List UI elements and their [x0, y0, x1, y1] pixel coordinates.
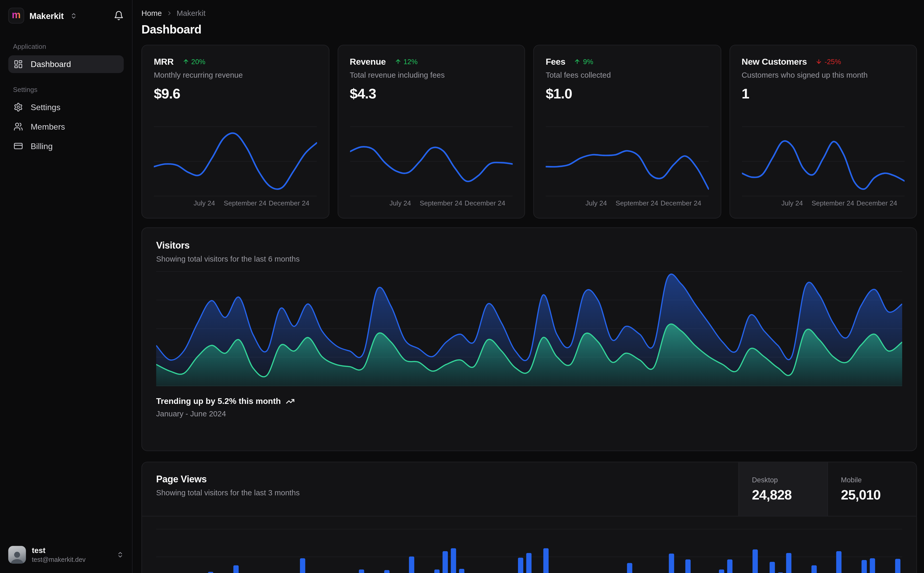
sidebar-item-label: Settings	[31, 102, 61, 112]
sidebar-item-members[interactable]: Members	[8, 117, 124, 135]
bar	[861, 560, 867, 573]
bar-slot	[282, 517, 290, 573]
bar	[518, 558, 523, 573]
bar-slot	[558, 517, 566, 573]
chevron-right-icon	[166, 10, 173, 17]
bar-slot	[516, 517, 525, 573]
sidebar-item-billing[interactable]: Billing	[8, 137, 124, 155]
chevrons-up-down-icon	[70, 12, 77, 19]
sidebar-item-label: Dashboard	[31, 59, 71, 69]
stat-cards-row: MRR 20% Monthly recurring revenue $9.6 J…	[141, 45, 917, 218]
stat-value: $1.0	[546, 85, 709, 102]
stat-title: New Customers	[742, 56, 807, 67]
stat-card-revenue: Revenue 12% Total revenue including fees…	[337, 45, 525, 218]
bar-slot	[273, 517, 282, 573]
bar-slot	[809, 517, 818, 573]
bar-slot	[726, 517, 734, 573]
bar	[870, 558, 875, 573]
bar-slot	[190, 517, 198, 573]
sidebar-item-settings[interactable]: Settings	[8, 99, 124, 116]
bar-slot	[868, 517, 877, 573]
bar-slot	[625, 517, 634, 573]
stat-card-fees: Fees 9% Total fees collected $1.0 July 2…	[533, 45, 721, 218]
sidebar-section-settings: Settings Settings Members Billing	[8, 86, 124, 157]
bar	[627, 563, 632, 573]
bar-slot	[475, 517, 483, 573]
trend-badge: -25%	[816, 57, 841, 66]
bar	[786, 553, 791, 573]
stat-subtitle: Customers who signed up this month	[742, 70, 905, 80]
bar-slot	[785, 517, 793, 573]
bar-slot	[827, 517, 835, 573]
x-axis-labels: July 24 September 24 December 24	[546, 200, 709, 208]
bar-slot	[206, 517, 215, 573]
trend-badge: 20%	[182, 57, 206, 66]
bar-slot	[609, 517, 617, 573]
bar-slot	[751, 517, 759, 573]
bars-container	[156, 517, 902, 573]
bar-slot	[860, 517, 868, 573]
bar-slot	[642, 517, 651, 573]
bar-slot	[458, 517, 466, 573]
bar-slot	[340, 517, 349, 573]
bar-slot	[416, 517, 424, 573]
user-menu[interactable]: test test@makerkit.dev	[8, 545, 124, 565]
stat-title: Revenue	[350, 56, 386, 67]
bar-slot	[408, 517, 416, 573]
page-views-subtitle: Showing total visitors for the last 3 mo…	[156, 488, 725, 497]
breadcrumb-home-link[interactable]: Home	[141, 9, 162, 18]
trend-value: 20%	[191, 57, 206, 66]
sidebar: m Makerkit Application Dashboard Setting…	[0, 0, 133, 573]
bar-slot	[215, 517, 223, 573]
sidebar-item-dashboard[interactable]: Dashboard	[8, 55, 124, 73]
bar-slot	[374, 517, 382, 573]
avatar	[8, 546, 26, 564]
bar-slot	[332, 517, 340, 573]
bar-slot	[818, 517, 827, 573]
bar-slot	[299, 517, 307, 573]
x-axis-labels: July 24 September 24 December 24	[742, 200, 905, 208]
bar-slot	[265, 517, 273, 573]
visitors-title: Visitors	[156, 240, 902, 251]
bar-slot	[584, 517, 592, 573]
chevrons-up-down-icon	[117, 551, 124, 558]
mini-line-chart	[546, 126, 709, 197]
bar-slot	[894, 517, 902, 573]
bar-slot	[257, 517, 265, 573]
bar-slot	[651, 517, 659, 573]
stat-card-new-customers: New Customers -25% Customers who signed …	[729, 45, 917, 218]
workspace-selector[interactable]: m Makerkit	[8, 8, 124, 23]
toggle-label: Mobile	[841, 476, 903, 484]
user-meta: test test@makerkit.dev	[32, 546, 86, 563]
bar	[409, 557, 414, 573]
bar-slot	[466, 517, 475, 573]
toggle-value: 24,828	[752, 487, 814, 503]
bar-slot	[248, 517, 257, 573]
stat-value: 1	[742, 85, 905, 102]
breadcrumb-current: Makerkit	[176, 9, 206, 18]
bar-slot	[349, 517, 357, 573]
page-title: Dashboard	[141, 23, 917, 36]
credit-card-icon	[14, 141, 23, 151]
bar-slot	[575, 517, 584, 573]
page-views-toggles: Desktop 24,828 Mobile 25,010	[739, 462, 916, 516]
stat-subtitle: Total revenue including fees	[350, 70, 513, 80]
page-views-bar-chart	[156, 517, 902, 573]
bar-slot	[382, 517, 391, 573]
bar-slot	[533, 517, 541, 573]
bell-icon[interactable]	[114, 11, 124, 21]
toggle-mobile[interactable]: Mobile 25,010	[827, 462, 916, 516]
bar-slot	[684, 517, 692, 573]
bar	[753, 550, 758, 573]
bar-slot	[433, 517, 441, 573]
bar-slot	[600, 517, 609, 573]
bar-slot	[424, 517, 433, 573]
arrow-up-icon	[395, 58, 401, 65]
bar-slot	[659, 517, 667, 573]
bar	[811, 565, 816, 573]
app-window: m Makerkit Application Dashboard Setting…	[0, 0, 924, 573]
toggle-desktop[interactable]: Desktop 24,828	[739, 462, 827, 516]
bar-slot	[366, 517, 374, 573]
bar-slot	[391, 517, 399, 573]
bar-slot	[550, 517, 558, 573]
